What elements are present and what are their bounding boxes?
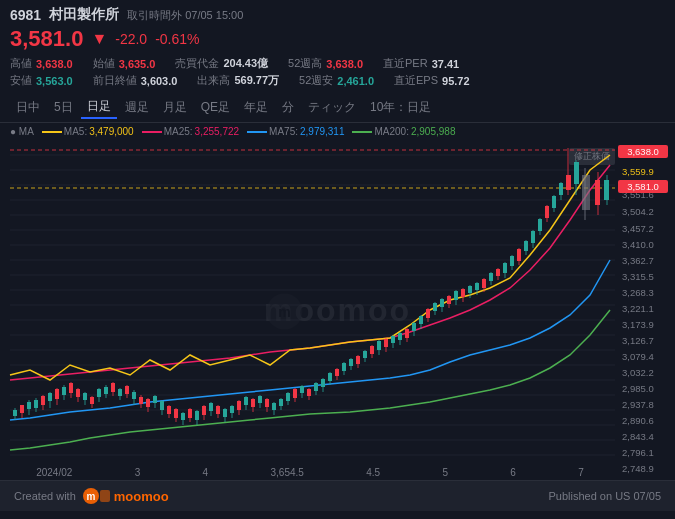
vol-value: 569.77万 <box>234 73 279 88</box>
high-value: 3,638.0 <box>36 58 73 70</box>
svg-rect-59 <box>125 386 129 394</box>
ind-ma200: MA200: 2,905,988 <box>352 126 455 137</box>
svg-text:3,221.1: 3,221.1 <box>622 303 654 314</box>
svg-text:3,126.7: 3,126.7 <box>622 335 654 346</box>
svg-rect-97 <box>258 396 262 403</box>
sell-value: 204.43億 <box>223 56 268 71</box>
per-value: 37.41 <box>432 58 460 70</box>
week52h-value: 3,638.0 <box>326 58 363 70</box>
tab-10year[interactable]: 10年：日足 <box>364 97 437 118</box>
ma75-value: 2,979,311 <box>300 126 345 137</box>
chart-svg: 3,646.0 3,559.9 3,551.6 3,504.2 3,457.2 … <box>0 140 675 480</box>
chart-area: m moomoo 修正株価 <box>0 140 675 480</box>
svg-rect-167 <box>503 263 507 273</box>
price-arrow: ▼ <box>91 30 107 48</box>
svg-rect-127 <box>363 351 367 358</box>
svg-rect-31 <box>27 402 31 409</box>
svg-rect-49 <box>90 397 94 404</box>
svg-text:3,410.0: 3,410.0 <box>622 239 654 250</box>
tab-monthly[interactable]: 月足 <box>157 97 193 118</box>
indicators-row: ● MA MA5: 3,479,000 MA25: 3,255,722 MA75… <box>0 123 675 140</box>
ma200-value: 2,905,988 <box>411 126 456 137</box>
svg-rect-151 <box>447 296 451 304</box>
svg-rect-163 <box>489 273 493 281</box>
svg-rect-183 <box>559 183 563 195</box>
svg-text:3,638.0: 3,638.0 <box>627 146 659 157</box>
time-label-2: 3 <box>135 467 141 478</box>
svg-rect-45 <box>76 389 80 397</box>
svg-rect-177 <box>538 219 542 231</box>
sell-label: 売買代金 <box>175 56 219 71</box>
stat-week52h: 52週高 3,638.0 <box>288 56 363 71</box>
svg-rect-57 <box>118 389 122 396</box>
svg-rect-81 <box>202 406 206 415</box>
tab-minute[interactable]: 分 <box>276 97 300 118</box>
svg-rect-73 <box>174 409 178 418</box>
high-label: 高値 <box>10 56 32 71</box>
footer-right: Published on US 07/05 <box>548 490 661 502</box>
svg-rect-187 <box>574 162 579 184</box>
open-value: 3,635.0 <box>119 58 156 70</box>
ma25-value: 3,255,722 <box>195 126 240 137</box>
svg-rect-51 <box>97 389 101 397</box>
svg-text:3,457.2: 3,457.2 <box>622 223 654 234</box>
svg-rect-53 <box>104 387 108 394</box>
svg-rect-171 <box>517 249 521 261</box>
tab-weekly[interactable]: 週足 <box>119 97 155 118</box>
week52l-value: 2,461.0 <box>337 75 374 87</box>
tab-intraday[interactable]: 日中 <box>10 97 46 118</box>
tab-daily[interactable]: 日足 <box>81 96 117 119</box>
svg-rect-85 <box>216 406 220 414</box>
svg-rect-61 <box>132 392 136 399</box>
prev-label: 前日終値 <box>93 73 137 88</box>
svg-rect-107 <box>293 389 297 398</box>
svg-rect-169 <box>510 256 514 266</box>
svg-rect-77 <box>188 409 192 418</box>
svg-rect-143 <box>419 316 423 324</box>
ma200-line <box>352 131 372 133</box>
week52l-label: 52週安 <box>299 73 333 88</box>
ma-label: ● MA <box>10 126 34 137</box>
svg-text:3,559.9: 3,559.9 <box>622 166 654 177</box>
ind-ma5: MA5: 3,479,000 <box>42 126 134 137</box>
svg-rect-191 <box>595 180 600 205</box>
time-label-4: 3,654.5 <box>270 467 303 478</box>
time-label-6: 5 <box>442 467 448 478</box>
stats-row-1: 高値 3,638.0 始値 3,635.0 売買代金 204.43億 52週高 … <box>10 56 665 71</box>
time-axis: 2024/02 3 4 3,654.5 4.5 5 6 7 <box>0 465 620 480</box>
svg-rect-153 <box>454 291 458 300</box>
svg-text:2,937.8: 2,937.8 <box>622 399 654 410</box>
eps-label: 直近EPS <box>394 73 438 88</box>
svg-rect-145 <box>426 309 430 318</box>
svg-rect-193 <box>604 180 609 200</box>
svg-rect-135 <box>391 336 395 343</box>
svg-rect-175 <box>531 231 535 243</box>
svg-rect-139 <box>405 329 409 338</box>
ma5-line <box>42 131 62 133</box>
tab-qe[interactable]: QE足 <box>195 97 236 118</box>
tab-tick[interactable]: ティック <box>302 97 362 118</box>
svg-rect-155 <box>461 289 465 297</box>
stat-prev: 前日終値 3,603.0 <box>93 73 178 88</box>
svg-rect-99 <box>265 399 269 407</box>
time-label-3: 4 <box>203 467 209 478</box>
tab-yearly[interactable]: 年足 <box>238 97 274 118</box>
footer-logo: m moomoo <box>82 487 169 505</box>
svg-rect-181 <box>552 196 556 208</box>
ind-ma75: MA75: 2,979,311 <box>247 126 344 137</box>
svg-rect-129 <box>370 346 374 354</box>
footer: Created with m moomoo Published on US 07… <box>0 480 675 511</box>
vol-label: 出来高 <box>197 73 230 88</box>
svg-rect-27 <box>13 410 17 416</box>
svg-rect-119 <box>335 369 339 376</box>
stat-high: 高値 3,638.0 <box>10 56 73 71</box>
price-row: 3,581.0 ▼ -22.0 -0.61% <box>10 26 665 52</box>
tab-5day[interactable]: 5日 <box>48 97 79 118</box>
svg-rect-173 <box>524 241 528 251</box>
svg-rect-117 <box>328 373 332 381</box>
per-label: 直近PER <box>383 56 428 71</box>
svg-rect-121 <box>342 363 346 371</box>
footer-left: Created with m moomoo <box>14 487 169 505</box>
svg-rect-161 <box>482 279 486 288</box>
current-price: 3,581.0 <box>10 26 83 52</box>
